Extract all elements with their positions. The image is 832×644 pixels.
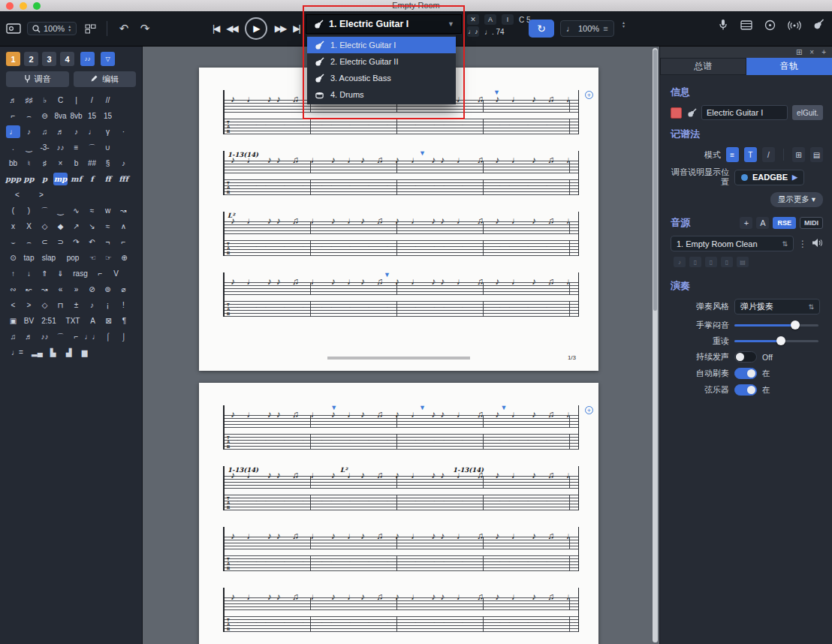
- palette-symbol[interactable]: (: [6, 204, 20, 217]
- show-more-button[interactable]: 显示更多 ▾: [770, 192, 823, 207]
- scrollbar-thumb[interactable]: [653, 50, 657, 311]
- palette-symbol[interactable]: ↘: [85, 220, 99, 233]
- pedal-amp-icon[interactable]: ▤: [737, 257, 749, 267]
- voice-button[interactable]: 1: [6, 52, 20, 66]
- palette-symbol[interactable]: ⌒: [38, 204, 52, 217]
- skip-end-button[interactable]: ▶|: [293, 23, 299, 34]
- speed-menu-icon[interactable]: ≡: [603, 24, 607, 33]
- palette-symbol[interactable]: ×: [53, 157, 68, 170]
- sound-source-dropdown[interactable]: 1. Empty Room Clean ⇅: [671, 236, 794, 251]
- pedal-icon[interactable]: ▯: [705, 257, 717, 267]
- track-menu-item[interactable]: 2. Electric Guitar II: [307, 53, 456, 70]
- track-menu-item[interactable]: 3. Acoustic Bass: [307, 70, 456, 86]
- palette-symbol[interactable]: ‿: [22, 141, 36, 154]
- palette-symbol[interactable]: //: [101, 94, 115, 107]
- palette-symbol[interactable]: ↑: [6, 267, 20, 280]
- palette-symbol[interactable]: ♬: [22, 330, 36, 343]
- tuning-button[interactable]: EADGBE ▶: [734, 170, 804, 185]
- palette-symbol[interactable]: ⌢: [22, 110, 36, 122]
- palette-button[interactable]: 编辑: [74, 71, 137, 87]
- palette-symbol[interactable]: 15: [101, 110, 115, 122]
- staff-system[interactable]: L²♪ ♩ ♪♪ ♫ ♩ ♪ ♩♪ ♫ ♪ ♩ ♪♪ ♩ ♫ ♪ ♩ ♪ ♫ ♩…: [223, 212, 579, 256]
- palette-symbol[interactable]: ♫: [6, 330, 20, 343]
- automation-sound-button[interactable]: A: [756, 217, 769, 229]
- palette-symbol[interactable]: ↜: [22, 283, 36, 296]
- palette-symbol[interactable]: x: [6, 220, 20, 233]
- tab-score[interactable]: 总谱: [660, 58, 746, 75]
- palette-symbol[interactable]: ⇑: [38, 267, 52, 280]
- palette-symbol[interactable]: f: [85, 173, 99, 185]
- palette-symbol[interactable]: ±: [69, 299, 83, 311]
- palette-symbol[interactable]: ff: [101, 173, 115, 185]
- undo-button[interactable]: ↶: [116, 20, 131, 37]
- palette-symbol[interactable]: ppp: [6, 173, 20, 185]
- vertical-scrollbar[interactable]: [653, 48, 658, 642]
- automation-icon[interactable]: A: [484, 14, 496, 25]
- palette-symbol[interactable]: X: [22, 220, 36, 233]
- palette-symbol[interactable]: .: [6, 141, 20, 154]
- palette-symbol[interactable]: ♭: [38, 94, 52, 107]
- note-duration-icon[interactable]: ♩♪: [467, 26, 479, 37]
- palette-symbol[interactable]: ☜: [86, 251, 100, 264]
- palette-symbol[interactable]: ♪♪: [38, 330, 52, 343]
- add-panel-icon[interactable]: +: [821, 48, 826, 56]
- palette-symbol[interactable]: b: [69, 157, 83, 170]
- palette-symbol[interactable]: ∾: [6, 283, 20, 296]
- page-layout-icon[interactable]: [83, 20, 98, 37]
- palette-symbol[interactable]: ): [22, 204, 36, 217]
- palette-symbol[interactable]: ▆: [77, 346, 92, 359]
- palette-symbol[interactable]: ⌐: [6, 110, 20, 122]
- slider-knob[interactable]: [791, 320, 800, 330]
- redo-button[interactable]: ↷: [137, 20, 152, 37]
- palette-symbol[interactable]: ♯♯: [22, 94, 36, 107]
- more-options-icon[interactable]: ⋮: [798, 239, 807, 249]
- palette-symbol[interactable]: ♪: [22, 125, 36, 138]
- voice-button[interactable]: 4: [60, 52, 74, 66]
- palette-button[interactable]: 调音: [6, 71, 69, 87]
- palette-symbol[interactable]: ↗: [69, 220, 83, 233]
- palette-symbol[interactable]: 15: [85, 110, 99, 122]
- staff-system[interactable]: 1-13(14)L²1-13(14)♪ ♩ ♪♪ ♫ ♩ ♪ ♩♪ ♫ ♪ ♩ …: [223, 466, 579, 510]
- palette-symbol[interactable]: ♩: [6, 125, 20, 138]
- count-in-button[interactable]: ↻: [529, 20, 554, 38]
- palette-symbol[interactable]: ♯: [38, 157, 52, 170]
- voice-button[interactable]: 2: [24, 52, 38, 66]
- tuner-icon[interactable]: [764, 20, 776, 31]
- palette-symbol[interactable]: ⌐: [93, 267, 107, 280]
- palette-symbol[interactable]: ⌣: [6, 236, 20, 248]
- palette-symbol[interactable]: ≡: [69, 141, 83, 154]
- palette-symbol[interactable]: V: [109, 267, 123, 280]
- palette-symbol[interactable]: w: [101, 204, 115, 217]
- palette-symbol[interactable]: ♬: [53, 125, 68, 138]
- palette-symbol[interactable]: ♩♩: [85, 330, 99, 343]
- palette-symbol[interactable]: ♪: [85, 299, 99, 311]
- score-page[interactable]: ▼▼▼+♪ ♩ ♪♪ ♫ ♩ ♪ ♩♪ ♫ ♪ ♩ ♪♪ ♩ ♫ ♪ ♩ ♪ ♫…: [199, 383, 598, 644]
- pedal-icon[interactable]: ▯: [689, 257, 701, 267]
- palette-symbol[interactable]: ‿: [53, 204, 68, 217]
- palette-symbol[interactable]: 2:51: [38, 314, 60, 327]
- palette-symbol[interactable]: ∧: [116, 220, 131, 233]
- track-menu-item[interactable]: 4. Drums: [307, 86, 456, 103]
- track-selector[interactable]: 1. Electric Guitar I ▼: [306, 14, 462, 34]
- palette-symbol[interactable]: mp: [53, 173, 68, 185]
- dock-panel-icon[interactable]: ⊞: [796, 48, 802, 56]
- palette-symbol[interactable]: >: [30, 188, 53, 201]
- palette-symbol[interactable]: ♮: [22, 157, 36, 170]
- staff-system[interactable]: ♪ ♩ ♪♪ ♫ ♩ ♪ ♩♪ ♫ ♪ ♩ ♪♪ ♩ ♫ ♪ ♩ ♪ ♫ ♩TA…: [223, 527, 579, 571]
- palette-symbol[interactable]: ≈: [85, 204, 99, 217]
- toggle-switch[interactable]: [734, 351, 757, 363]
- palette-symbol[interactable]: ▙: [46, 346, 60, 359]
- play-button[interactable]: ▶: [245, 17, 267, 40]
- palette-symbol[interactable]: ·: [116, 125, 131, 138]
- palette-symbol[interactable]: ∪: [101, 141, 115, 154]
- zoom-stepper[interactable]: ▲▼: [68, 25, 71, 32]
- broadcast-icon[interactable]: [788, 20, 801, 30]
- palette-symbol[interactable]: <: [6, 299, 20, 311]
- pedal-note-icon[interactable]: ♪: [674, 257, 686, 267]
- palette-symbol[interactable]: ⊓: [53, 299, 68, 311]
- palette-symbol[interactable]: ◆: [53, 220, 68, 233]
- palette-symbol[interactable]: §: [101, 157, 115, 170]
- palette-symbol[interactable]: ¬: [101, 236, 115, 248]
- staff-system[interactable]: 1-13(14)▼♪ ♩ ♪♪ ♫ ♩ ♪ ♩♪ ♫ ♪ ♩ ♪♪ ♩ ♫ ♪ …: [223, 151, 579, 195]
- palette-symbol[interactable]: mf: [69, 173, 83, 185]
